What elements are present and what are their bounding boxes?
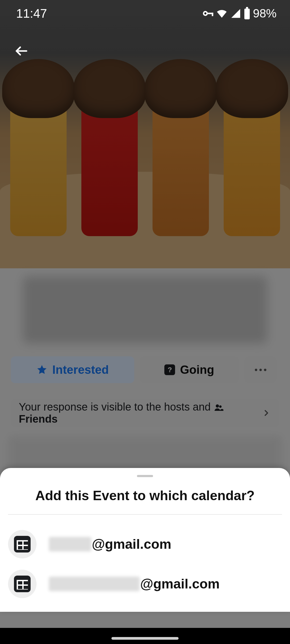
calendar-option[interactable]: @gmail.com: [8, 564, 282, 604]
divider: [8, 514, 282, 515]
signal-icon: [230, 8, 242, 19]
event-title-redacted: [23, 276, 267, 343]
going-label: Going: [180, 363, 214, 376]
going-badge-icon: ?: [164, 364, 175, 375]
wifi-icon: [215, 7, 228, 20]
people-icon: [214, 403, 223, 412]
battery-percentage: 98%: [253, 7, 277, 20]
sheet-grabber[interactable]: [137, 475, 153, 477]
calendar-option[interactable]: @gmail.com: [8, 524, 282, 564]
calendar-email: @gmail.com: [49, 576, 220, 592]
response-buttons-row: Interested ? Going: [11, 356, 279, 386]
response-visibility-row[interactable]: Your response is visible to the hosts an…: [11, 399, 279, 427]
visibility-text: Your response is visible to the hosts an…: [19, 401, 262, 425]
visibility-prefix: Your response is visible to the hosts an…: [19, 401, 214, 413]
email-domain: @gmail.com: [140, 576, 220, 592]
more-options-button[interactable]: [244, 356, 277, 383]
star-filled-icon: [36, 364, 48, 375]
svg-point-6: [204, 12, 206, 14]
battery-full-icon: [243, 7, 251, 20]
event-cover-image: [0, 0, 290, 268]
interested-button[interactable]: Interested: [11, 356, 134, 383]
navigation-bar-handle[interactable]: [111, 637, 179, 640]
svg-rect-5: [212, 13, 213, 16]
status-time: 11:47: [16, 6, 47, 21]
email-domain: @gmail.com: [92, 536, 171, 552]
status-bar: 11:47 98%: [0, 0, 290, 27]
svg-rect-8: [246, 7, 248, 9]
chevron-right-icon: [262, 408, 271, 418]
arrow-left-icon: [14, 43, 29, 58]
sheet-title: Add this Event to which calendar?: [8, 488, 282, 503]
interested-label: Interested: [52, 363, 109, 376]
calendar-email: @gmail.com: [49, 536, 171, 552]
svg-point-1: [216, 404, 219, 408]
vpn-key-icon: [202, 8, 214, 19]
calendar-picker-sheet: Add this Event to which calendar? @gmail…: [0, 468, 290, 612]
email-redacted: [49, 577, 140, 591]
calendar-icon: [8, 530, 37, 558]
svg-point-2: [219, 405, 222, 408]
svg-rect-7: [244, 9, 250, 19]
email-redacted: [49, 537, 91, 551]
more-horizontal-icon: [255, 369, 266, 371]
calendar-icon: [8, 570, 37, 598]
event-page: Interested ? Going Your response is visi…: [0, 0, 290, 628]
going-button[interactable]: ? Going: [140, 356, 239, 383]
back-button[interactable]: [11, 40, 32, 62]
visibility-audience: Friends: [19, 413, 57, 425]
